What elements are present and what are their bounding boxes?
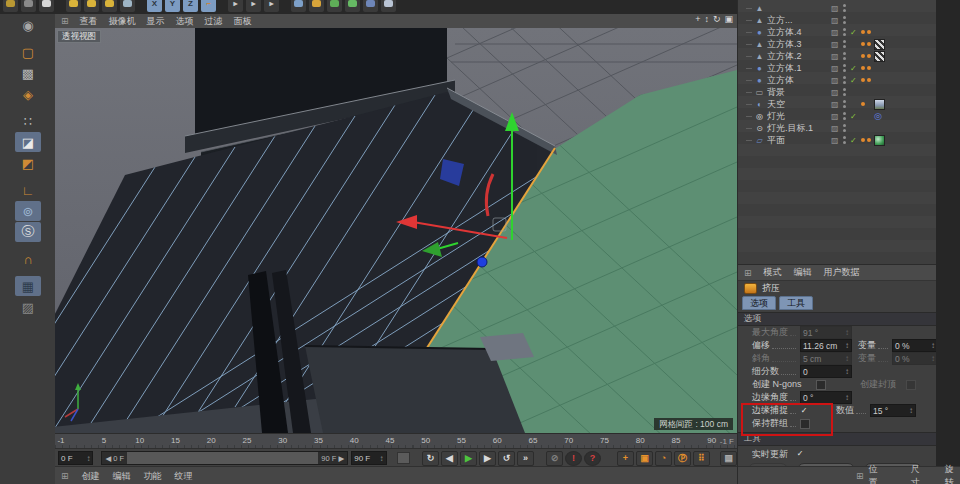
end-frame-input[interactable]: 90 F ↕ bbox=[351, 451, 386, 465]
spinner-icon[interactable]: ↕ bbox=[380, 454, 384, 463]
layer-icon[interactable]: ▨ bbox=[831, 52, 843, 61]
visibility-dots[interactable] bbox=[843, 4, 850, 12]
object-row[interactable]: ●立方体▨✓ bbox=[738, 74, 960, 86]
texture-tag-thumbnail[interactable] bbox=[874, 39, 885, 50]
angle-input[interactable]: 15 °↕ bbox=[870, 404, 916, 417]
layer-icon[interactable]: ▨ bbox=[831, 40, 843, 49]
menu-texture[interactable]: 纹理 bbox=[175, 470, 193, 483]
caps-checkbox[interactable] bbox=[906, 380, 916, 390]
spinner-icon[interactable]: ↕ bbox=[86, 454, 90, 463]
mograph-icon[interactable] bbox=[381, 0, 396, 12]
texture-mode-icon[interactable]: ▩ bbox=[15, 63, 41, 83]
x-axis-lock-icon[interactable]: X bbox=[147, 0, 162, 12]
key-pla-icon[interactable]: ⠿ bbox=[693, 451, 710, 466]
primitive-cube-icon[interactable] bbox=[291, 0, 306, 12]
workplane-mode-icon[interactable]: ◈ bbox=[15, 84, 41, 104]
range-end-handle[interactable]: 90 F ▶ bbox=[318, 452, 347, 464]
variance-input[interactable]: 0 %↕ bbox=[892, 339, 938, 352]
viewport-tab-perspective[interactable]: 透视视图 bbox=[57, 30, 101, 43]
panel-scroll-gutter[interactable] bbox=[936, 0, 960, 466]
viewport-filter-icon[interactable]: ⊚ bbox=[15, 201, 41, 221]
object-row[interactable]: ●立方体.1▨✓ bbox=[738, 62, 960, 74]
menu-create[interactable]: 创建 bbox=[82, 470, 100, 483]
visibility-dots[interactable] bbox=[843, 40, 850, 48]
light-tag-icon[interactable]: ◎ bbox=[874, 111, 885, 121]
timeline-ruler[interactable]: -1 F -1510152025303540455055606570758085… bbox=[55, 433, 737, 449]
visibility-dots[interactable] bbox=[843, 136, 850, 144]
spinner-icon[interactable]: ↕ bbox=[845, 393, 849, 402]
visibility-dots[interactable] bbox=[843, 16, 850, 24]
menu-edit[interactable]: 编辑 bbox=[113, 470, 131, 483]
workplane-lock-icon[interactable]: ▦ bbox=[15, 276, 41, 296]
panel-menu-icon[interactable]: ⊞ bbox=[61, 16, 69, 26]
menu-display[interactable]: 显示 bbox=[147, 15, 165, 28]
visibility-dots[interactable] bbox=[843, 76, 850, 84]
enabled-check-icon[interactable]: ✓ bbox=[850, 28, 861, 37]
variance2-input[interactable]: 0 %↕ bbox=[892, 352, 938, 365]
workplane-grid-icon[interactable]: ▨ bbox=[15, 297, 41, 317]
tab-options[interactable]: 选项 bbox=[742, 296, 776, 310]
visibility-dots[interactable] bbox=[843, 52, 850, 60]
object-row[interactable]: ▲立方体.2▨ bbox=[738, 50, 960, 62]
cycle-icon[interactable]: ↺ bbox=[498, 451, 515, 466]
move-tool-icon[interactable] bbox=[66, 0, 81, 12]
panel-menu-icon[interactable]: ⊞ bbox=[744, 268, 752, 278]
autokey-icon[interactable]: ⊘ bbox=[546, 451, 563, 466]
layer-icon[interactable]: ▨ bbox=[831, 4, 843, 13]
visibility-dots[interactable] bbox=[843, 124, 850, 132]
enabled-check-icon[interactable]: ✓ bbox=[850, 76, 861, 85]
texture-tag-thumbnail[interactable] bbox=[874, 51, 885, 62]
model-mode-icon[interactable]: ▢ bbox=[15, 42, 41, 62]
spinner-icon[interactable]: ↕ bbox=[909, 406, 913, 415]
texture-tag-thumbnail[interactable] bbox=[874, 99, 885, 110]
previous-key-icon[interactable]: ◀ bbox=[441, 451, 458, 466]
offset-input[interactable]: 11.26 cm↕ bbox=[800, 339, 852, 352]
play-icon[interactable]: ▶ bbox=[460, 451, 477, 466]
spline-pen-icon[interactable] bbox=[309, 0, 324, 12]
max-angle-input[interactable]: 91 °↕ bbox=[800, 326, 852, 339]
tab-tool[interactable]: 工具 bbox=[779, 296, 813, 310]
spinner-icon[interactable]: ↕ bbox=[931, 354, 935, 363]
coord-system-icon[interactable]: ⌐ bbox=[201, 0, 216, 12]
spinner-icon[interactable]: ↕ bbox=[931, 341, 935, 350]
visibility-dots[interactable] bbox=[843, 88, 850, 96]
goto-end-icon[interactable]: » bbox=[517, 451, 534, 466]
spinner-icon[interactable]: ↕ bbox=[845, 354, 849, 363]
next-key-icon[interactable]: ▶ bbox=[479, 451, 496, 466]
object-row[interactable]: ▲立方体.3▨ bbox=[738, 38, 960, 50]
menu-filter[interactable]: 过滤 bbox=[205, 15, 223, 28]
cursor-icon[interactable] bbox=[21, 0, 36, 12]
timeline-range-slider[interactable]: ◀ 0 F 90 F ▶ bbox=[101, 451, 348, 465]
edges-mode-icon[interactable]: ◪ bbox=[15, 132, 41, 152]
spinner-icon[interactable]: ↕ bbox=[845, 328, 849, 337]
layer-icon[interactable]: ▨ bbox=[831, 64, 843, 73]
tag-dots[interactable] bbox=[861, 66, 874, 70]
record-icon[interactable]: ! bbox=[565, 451, 582, 466]
layer-icon[interactable]: ▨ bbox=[831, 88, 843, 97]
layer-icon[interactable]: ▨ bbox=[831, 16, 843, 25]
layer-icon[interactable]: ▨ bbox=[831, 28, 843, 37]
key-position-icon[interactable]: + bbox=[617, 451, 634, 466]
object-row[interactable]: ●立方体.4▨✓ bbox=[738, 26, 960, 38]
object-row[interactable]: ▱平面▨✓ bbox=[738, 134, 960, 146]
rotate-tool-icon[interactable] bbox=[102, 0, 117, 12]
z-axis-point[interactable] bbox=[477, 257, 487, 267]
range-start-handle[interactable]: ◀ 0 F bbox=[102, 452, 127, 464]
layer-icon[interactable]: ▨ bbox=[831, 112, 843, 121]
y-axis-lock-icon[interactable]: Y bbox=[165, 0, 180, 12]
key-scale-icon[interactable]: ▣ bbox=[636, 451, 653, 466]
render-region-icon[interactable]: ▸ bbox=[246, 0, 261, 12]
key-rotation-icon[interactable]: ◔ bbox=[655, 451, 672, 466]
tag-dots[interactable] bbox=[861, 102, 874, 106]
texture-tag-thumbnail[interactable] bbox=[874, 135, 885, 146]
layer-icon[interactable]: ▨ bbox=[831, 76, 843, 85]
deformer-icon[interactable] bbox=[345, 0, 360, 12]
help-icon[interactable]: ? bbox=[584, 451, 601, 466]
enabled-check-icon[interactable]: ✓ bbox=[850, 64, 861, 73]
object-row[interactable]: ▲▨ bbox=[738, 2, 960, 14]
menu-view[interactable]: 查看 bbox=[80, 15, 98, 28]
layer-icon[interactable]: ▨ bbox=[831, 100, 843, 109]
menu-function[interactable]: 功能 bbox=[144, 470, 162, 483]
points-mode-icon[interactable]: ∷ bbox=[15, 111, 41, 131]
object-row[interactable]: ◎灯光▨✓◎ bbox=[738, 110, 960, 122]
